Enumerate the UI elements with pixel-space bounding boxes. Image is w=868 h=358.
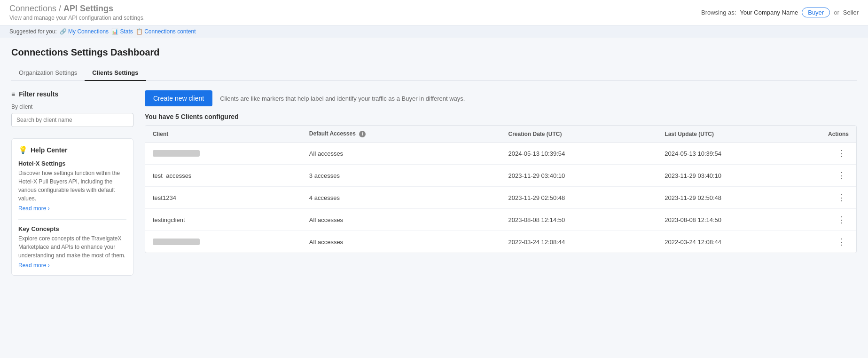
table-row: test_accesses3 accesses2023-11-29 03:40:… <box>145 165 856 187</box>
table-header-row: Client Default Accesses i Creation Date … <box>145 126 856 143</box>
tab-org-settings[interactable]: Organization Settings <box>11 65 85 81</box>
tabs-bar: Organization Settings Clients Settings <box>11 65 857 81</box>
by-client-label: By client <box>11 103 133 110</box>
cell-actions: ⋮ <box>813 187 856 209</box>
cell-creation-date: 2022-03-24 12:08:44 <box>500 231 657 253</box>
search-input[interactable] <box>11 113 133 127</box>
create-description: Clients are like markers that help label… <box>220 95 465 102</box>
connections-content-link[interactable]: 📋 Connections content <box>136 28 196 35</box>
article-desc-hotel-x: Discover how settings function within th… <box>18 169 126 203</box>
browsing-label: Browsing as: <box>701 9 736 16</box>
help-article-hotel-x: Hotel-X Settings Discover how settings f… <box>18 160 126 212</box>
cell-default-accesses: All accesses <box>302 231 501 253</box>
cell-last-update: 2024-05-13 10:39:54 <box>657 143 813 165</box>
content-area: ≡ Filter results By client 💡 Help Center… <box>11 90 857 276</box>
row-more-button[interactable]: ⋮ <box>835 214 849 226</box>
header-right: Browsing as: Your Company Name Buyer or … <box>701 8 859 17</box>
sidebar: ≡ Filter results By client 💡 Help Center… <box>11 90 133 276</box>
cell-client: test_accesses <box>145 165 302 187</box>
clients-count: You have 5 Clients configured <box>145 113 857 120</box>
cell-default-accesses: All accesses <box>302 143 501 165</box>
cell-client: testingclient <box>145 209 302 231</box>
read-more-hotel-x[interactable]: Read more <box>18 205 50 212</box>
cell-default-accesses: 3 accesses <box>302 165 501 187</box>
row-more-button[interactable]: ⋮ <box>835 147 849 159</box>
seller-link[interactable]: Seller <box>843 9 859 16</box>
help-divider <box>18 219 126 220</box>
cell-creation-date: 2024-05-13 10:39:54 <box>500 143 657 165</box>
filter-icon: ≡ <box>11 90 15 98</box>
my-connections-link[interactable]: 🔗 My Connections <box>60 28 109 35</box>
table-row: █████████████All accesses2022-03-24 12:0… <box>145 231 856 253</box>
buyer-badge[interactable]: Buyer <box>802 8 830 17</box>
help-center: 💡 Help Center Hotel-X Settings Discover … <box>11 138 133 276</box>
col-header-creation-date: Creation Date (UTC) <box>500 126 657 143</box>
create-bar: Create new client Clients are like marke… <box>145 90 857 106</box>
row-more-button[interactable]: ⋮ <box>835 191 849 204</box>
article-title-key-concepts: Key Concepts <box>18 225 126 232</box>
cell-creation-date: 2023-11-29 03:40:10 <box>500 165 657 187</box>
cell-creation-date: 2023-11-29 02:50:48 <box>500 187 657 209</box>
read-more-key-concepts[interactable]: Read more <box>18 262 50 269</box>
dashboard-title: Connections Settings Dashboard <box>11 47 857 58</box>
row-more-button[interactable]: ⋮ <box>835 169 849 182</box>
col-header-actions: Actions <box>813 126 856 143</box>
page-subtitle: View and manage your API configuration a… <box>9 15 145 21</box>
clients-table-wrapper: Client Default Accesses i Creation Date … <box>145 125 857 253</box>
cell-last-update: 2022-03-24 12:08:44 <box>657 231 813 253</box>
default-accesses-info-icon[interactable]: i <box>359 131 366 137</box>
or-separator: or <box>834 9 839 16</box>
filter-title: Filter results <box>19 90 58 98</box>
top-bar: Connections / API Settings View and mana… <box>0 0 868 25</box>
main-content: Connections Settings Dashboard Organizat… <box>0 38 868 285</box>
create-new-client-button[interactable]: Create new client <box>145 90 212 106</box>
article-title-hotel-x: Hotel-X Settings <box>18 160 126 167</box>
table-row: test12344 accesses2023-11-29 02:50:48202… <box>145 187 856 209</box>
help-center-title: 💡 Help Center <box>18 145 126 154</box>
tab-clients-settings[interactable]: Clients Settings <box>85 65 146 81</box>
cell-client: █████████████ <box>145 143 302 165</box>
col-header-last-update: Last Update (UTC) <box>657 126 813 143</box>
help-icon: 💡 <box>18 145 28 154</box>
clients-table: Client Default Accesses i Creation Date … <box>145 126 856 253</box>
cell-actions: ⋮ <box>813 165 856 187</box>
cell-default-accesses: All accesses <box>302 209 501 231</box>
col-header-default-accesses: Default Accesses i <box>302 126 501 143</box>
help-article-key-concepts: Key Concepts Explore core concepts of th… <box>18 225 126 269</box>
company-name: Your Company Name <box>740 9 798 16</box>
row-more-button[interactable]: ⋮ <box>835 236 849 248</box>
filter-header: ≡ Filter results <box>11 90 133 98</box>
stats-link[interactable]: 📊 Stats <box>111 28 133 35</box>
main-panel: Create new client Clients are like marke… <box>145 90 857 276</box>
cell-actions: ⋮ <box>813 143 856 165</box>
breadcrumb: Connections / API Settings <box>9 4 145 14</box>
breadcrumb-parent: Connections <box>9 4 56 13</box>
table-row: testingclientAll accesses2023-08-08 12:1… <box>145 209 856 231</box>
cell-default-accesses: 4 accesses <box>302 187 501 209</box>
suggestions-label: Suggested for you: <box>9 28 57 35</box>
cell-client: test1234 <box>145 187 302 209</box>
breadcrumb-current: API Settings <box>63 4 113 13</box>
cell-creation-date: 2023-08-08 12:14:50 <box>500 209 657 231</box>
col-header-client: Client <box>145 126 302 143</box>
table-row: █████████████All accesses2024-05-13 10:3… <box>145 143 856 165</box>
cell-last-update: 2023-11-29 03:40:10 <box>657 165 813 187</box>
cell-actions: ⋮ <box>813 209 856 231</box>
header-left: Connections / API Settings View and mana… <box>9 4 145 21</box>
suggestions-bar: Suggested for you: 🔗 My Connections 📊 St… <box>0 25 868 38</box>
cell-client: █████████████ <box>145 231 302 253</box>
cell-last-update: 2023-11-29 02:50:48 <box>657 187 813 209</box>
breadcrumb-separator: / <box>59 4 63 13</box>
cell-last-update: 2023-08-08 12:14:50 <box>657 209 813 231</box>
cell-actions: ⋮ <box>813 231 856 253</box>
article-desc-key-concepts: Explore core concepts of the TravelgateX… <box>18 234 126 260</box>
